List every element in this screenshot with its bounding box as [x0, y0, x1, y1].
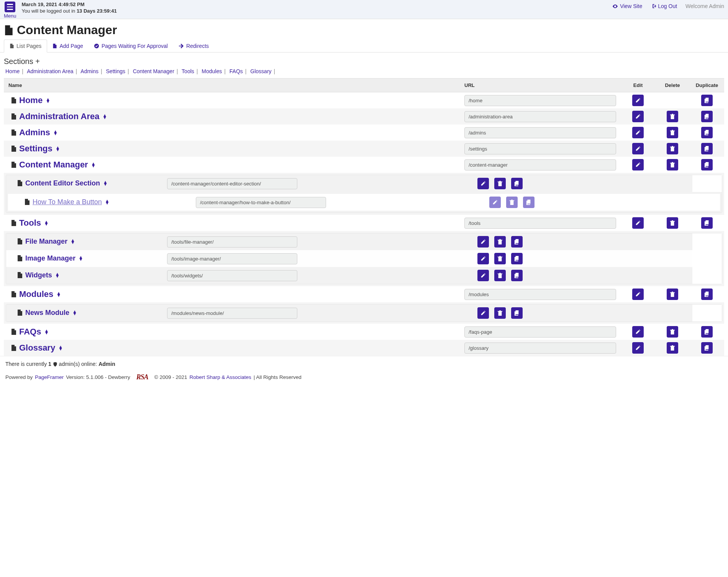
edit-button[interactable]: [632, 342, 644, 354]
edit-button[interactable]: [477, 236, 489, 248]
url-field[interactable]: [464, 289, 616, 300]
delete-button[interactable]: [494, 270, 506, 281]
page-link-home[interactable]: Home ▲▼: [11, 95, 50, 105]
page-link-image_manager[interactable]: Image Manager ▲▼: [17, 254, 83, 262]
duplicate-button[interactable]: [701, 326, 713, 338]
sort-icon[interactable]: ▲▼: [55, 273, 60, 277]
delete-button[interactable]: [667, 111, 678, 122]
tab-pages-approval[interactable]: Pages Waiting For Approval: [89, 39, 173, 52]
delete-button[interactable]: [506, 197, 518, 208]
delete-button[interactable]: [667, 326, 678, 338]
crumb-glossary[interactable]: Glossary: [250, 68, 271, 74]
page-link-content_manager[interactable]: Content Manager ▲▼: [11, 160, 96, 170]
delete-button[interactable]: [494, 307, 506, 319]
delete-button[interactable]: [667, 288, 678, 300]
url-field[interactable]: [464, 95, 616, 106]
page-link-settings[interactable]: Settings ▲▼: [11, 144, 60, 154]
delete-button[interactable]: [667, 143, 678, 154]
edit-button[interactable]: [632, 127, 644, 138]
url-field[interactable]: [464, 218, 616, 229]
page-link-news_module[interactable]: News Module ▲▼: [17, 309, 77, 317]
crumb-admins[interactable]: Admins: [80, 68, 98, 74]
sort-icon[interactable]: ▲▼: [103, 181, 108, 185]
crumb-content-manager[interactable]: Content Manager: [133, 68, 174, 74]
page-link-admin_area[interactable]: Administration Area ▲▼: [11, 111, 107, 121]
duplicate-button[interactable]: [511, 307, 523, 319]
delete-button[interactable]: [494, 253, 506, 264]
edit-button[interactable]: [632, 159, 644, 170]
delete-button[interactable]: [494, 178, 506, 189]
url-field[interactable]: [464, 143, 616, 154]
duplicate-button[interactable]: [511, 236, 523, 248]
sort-icon[interactable]: ▲▼: [79, 256, 83, 261]
page-link-content_editor[interactable]: Content Editor Section ▲▼: [17, 179, 108, 187]
page-link-faqs[interactable]: FAQs ▲▼: [11, 327, 49, 337]
duplicate-button[interactable]: [701, 127, 713, 138]
tab-add-page[interactable]: Add Page: [47, 39, 89, 52]
url-field[interactable]: [464, 127, 616, 138]
duplicate-button[interactable]: [511, 270, 523, 281]
edit-button[interactable]: [632, 95, 644, 106]
page-link-modules[interactable]: Modules ▲▼: [11, 289, 61, 299]
sort-icon[interactable]: ▲▼: [46, 98, 50, 103]
tab-list-pages[interactable]: List Pages: [4, 39, 47, 52]
edit-button[interactable]: [632, 288, 644, 300]
sort-icon[interactable]: ▲▼: [56, 146, 60, 151]
duplicate-button[interactable]: [523, 197, 535, 208]
pageframer-link[interactable]: PageFramer: [35, 374, 64, 380]
rsa-link[interactable]: Robert Sharp & Associates: [189, 374, 251, 380]
delete-button[interactable]: [494, 236, 506, 248]
edit-button[interactable]: [632, 217, 644, 229]
sort-icon[interactable]: ▲▼: [44, 329, 49, 334]
duplicate-button[interactable]: [701, 342, 713, 354]
page-link-widgets[interactable]: Widgets ▲▼: [17, 271, 60, 279]
duplicate-button[interactable]: [511, 253, 523, 264]
duplicate-button[interactable]: [701, 288, 713, 300]
url-field[interactable]: [167, 270, 297, 281]
page-link-file_manager[interactable]: File Manager ▲▼: [17, 238, 75, 246]
sort-icon[interactable]: ▲▼: [44, 221, 49, 225]
sort-icon[interactable]: ▲▼: [71, 239, 75, 244]
main-menu-button[interactable]: Menu: [4, 2, 16, 19]
sort-icon[interactable]: ▲▼: [105, 200, 110, 204]
crumb-home[interactable]: Home: [5, 68, 20, 74]
sort-icon[interactable]: ▲▼: [72, 310, 77, 315]
url-field[interactable]: [464, 343, 616, 354]
sort-icon[interactable]: ▲▼: [102, 114, 107, 119]
url-field[interactable]: [196, 197, 326, 208]
page-link-tools[interactable]: Tools ▲▼: [11, 218, 49, 228]
url-field[interactable]: [167, 178, 297, 189]
crumb-settings[interactable]: Settings: [106, 68, 126, 74]
log-out-link[interactable]: Log Out: [651, 3, 677, 9]
edit-button[interactable]: [477, 307, 489, 319]
delete-button[interactable]: [667, 217, 678, 229]
delete-button[interactable]: [667, 342, 678, 354]
duplicate-button[interactable]: [511, 178, 523, 189]
crumb-admin-area[interactable]: Administration Area: [27, 68, 73, 74]
duplicate-button[interactable]: [701, 159, 713, 170]
edit-button[interactable]: [632, 111, 644, 122]
sort-icon[interactable]: ▲▼: [56, 292, 61, 297]
url-field[interactable]: [167, 236, 297, 248]
delete-button[interactable]: [667, 159, 678, 170]
edit-button[interactable]: [632, 143, 644, 154]
crumb-faqs[interactable]: FAQs: [230, 68, 243, 74]
sort-icon[interactable]: ▲▼: [58, 346, 63, 350]
view-site-link[interactable]: View Site: [612, 3, 642, 9]
url-field[interactable]: [464, 159, 616, 170]
edit-button[interactable]: [489, 197, 501, 208]
tab-redirects[interactable]: Redirects: [173, 39, 214, 52]
page-link-glossary[interactable]: Glossary ▲▼: [11, 343, 63, 353]
duplicate-button[interactable]: [701, 95, 713, 106]
duplicate-button[interactable]: [701, 111, 713, 122]
delete-button[interactable]: [667, 127, 678, 138]
url-field[interactable]: [464, 111, 616, 122]
sort-icon[interactable]: ▲▼: [91, 162, 96, 167]
edit-button[interactable]: [477, 270, 489, 281]
crumb-modules[interactable]: Modules: [202, 68, 222, 74]
page-link-how_to_button[interactable]: How To Make a Button ▲▼: [24, 198, 110, 206]
duplicate-button[interactable]: [701, 143, 713, 154]
url-field[interactable]: [167, 253, 297, 264]
page-link-admins[interactable]: Admins ▲▼: [11, 128, 58, 138]
add-section-button[interactable]: +: [35, 57, 40, 66]
